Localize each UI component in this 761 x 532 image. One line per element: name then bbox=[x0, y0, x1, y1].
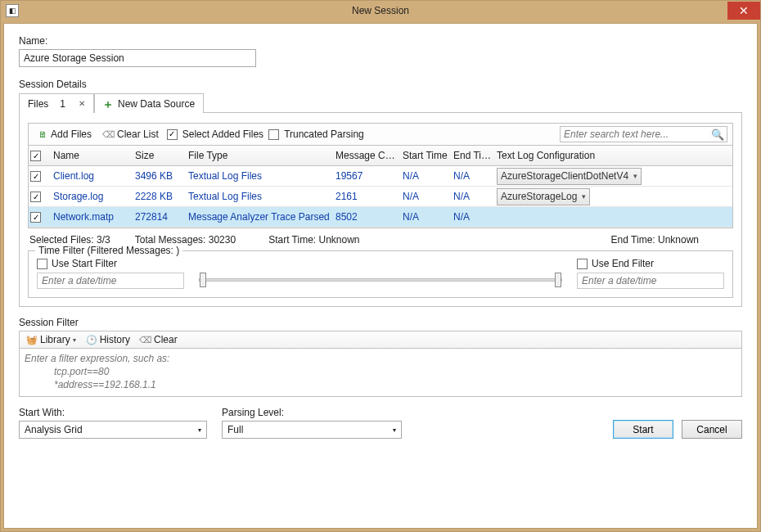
row-checkbox[interactable] bbox=[30, 212, 41, 223]
slider-thumb-start[interactable] bbox=[200, 273, 206, 287]
files-toolbar: 🗎 Add Files ⌫ Clear List Select Added Fi… bbox=[28, 123, 733, 145]
col-name[interactable]: Name bbox=[52, 150, 133, 161]
eraser-icon: ⌫ bbox=[103, 128, 115, 140]
cell-size: 3496 KB bbox=[133, 170, 187, 182]
table-row[interactable]: Client.log3496 KBTextual Log Files19567N… bbox=[29, 166, 732, 187]
cell-start: N/A bbox=[401, 191, 452, 202]
window-title: New Session bbox=[1, 5, 760, 16]
col-start[interactable]: Start Time bbox=[401, 150, 452, 161]
history-button[interactable]: 🕑 History bbox=[83, 333, 133, 346]
use-start-filter-label: Use Start Filter bbox=[52, 258, 117, 269]
cell-end: N/A bbox=[452, 211, 495, 223]
plus-icon: ＋ bbox=[103, 99, 113, 109]
table-row[interactable]: Network.matp272814Message Analyzer Trace… bbox=[29, 207, 732, 228]
chevron-down-icon: ▾ bbox=[198, 426, 201, 434]
cell-end: N/A bbox=[452, 170, 495, 182]
use-start-filter-checkbox[interactable] bbox=[37, 259, 47, 269]
files-grid: Name Size File Type Message Count Start … bbox=[28, 145, 733, 228]
bottom-row: Start With: Analysis Grid ▾ Parsing Leve… bbox=[19, 407, 742, 439]
cell-type: Textual Log Files bbox=[187, 191, 334, 202]
client-area: Name: Session Details Files 1 ✕ ＋ New Da… bbox=[3, 23, 758, 529]
cancel-button[interactable]: Cancel bbox=[682, 420, 742, 439]
name-input[interactable] bbox=[19, 49, 256, 67]
chevron-down-icon: ▾ bbox=[73, 336, 76, 344]
start-with-dropdown[interactable]: Analysis Grid ▾ bbox=[19, 421, 207, 439]
add-files-icon: 🗎 bbox=[37, 128, 48, 140]
time-filter-group: Time Filter (Filtered Messages: ) Use St… bbox=[28, 250, 733, 298]
status-selected-files: Selected Files: 3/3 bbox=[29, 234, 110, 246]
cell-end: N/A bbox=[452, 191, 495, 202]
row-checkbox[interactable] bbox=[30, 171, 41, 182]
col-size[interactable]: Size bbox=[133, 150, 187, 161]
add-files-button[interactable]: 🗎 Add Files bbox=[34, 128, 95, 141]
clear-icon: ⌫ bbox=[140, 334, 151, 345]
library-button[interactable]: 🧺 Library ▾ bbox=[23, 333, 79, 346]
cell-count: 8502 bbox=[334, 211, 401, 223]
text-log-config-dropdown[interactable]: AzureStorageClientDotNetV4▾ bbox=[497, 168, 642, 185]
search-input[interactable] bbox=[561, 128, 709, 140]
cell-name: Storage.log bbox=[52, 191, 133, 202]
clear-filter-button[interactable]: ⌫ Clear bbox=[137, 333, 181, 346]
tab-new-source-label: New Data Source bbox=[118, 98, 195, 110]
history-icon: 🕑 bbox=[86, 334, 97, 345]
end-time-input[interactable] bbox=[577, 273, 724, 289]
status-start-time: Start Time: Unknown bbox=[268, 234, 359, 246]
use-end-filter-checkbox[interactable] bbox=[577, 259, 588, 269]
chevron-down-icon: ▾ bbox=[393, 426, 396, 434]
start-time-input[interactable] bbox=[37, 273, 184, 289]
session-details-label: Session Details bbox=[19, 79, 742, 90]
window: ◧ New Session ✕ Name: Session Details Fi… bbox=[0, 0, 761, 532]
tabs: Files 1 ✕ ＋ New Data Source bbox=[19, 92, 742, 113]
text-log-config-dropdown[interactable]: AzureStorageLog▾ bbox=[497, 188, 590, 205]
session-filter-label: Session Filter bbox=[19, 317, 742, 328]
tab-files[interactable]: Files 1 ✕ bbox=[19, 93, 94, 113]
header-checkbox[interactable] bbox=[30, 151, 41, 161]
session-filter-input[interactable]: Enter a filter expression, such as: tcp.… bbox=[19, 348, 742, 397]
grid-header: Name Size File Type Message Count Start … bbox=[29, 146, 732, 166]
tab-new-data-source[interactable]: ＋ New Data Source bbox=[94, 93, 204, 113]
search-icon[interactable]: 🔍 bbox=[709, 128, 727, 141]
col-end[interactable]: End Time bbox=[452, 150, 495, 161]
col-count[interactable]: Message Count bbox=[334, 150, 401, 161]
table-row[interactable]: Storage.log2228 KBTextual Log Files2161N… bbox=[29, 187, 732, 207]
cell-size: 272814 bbox=[133, 211, 187, 223]
cell-count: 19567 bbox=[334, 170, 401, 182]
cell-start: N/A bbox=[401, 211, 452, 223]
cell-type: Message Analyzer Trace Parsed bbox=[187, 211, 334, 223]
truncated-parsing-label: Truncated Parsing bbox=[284, 128, 364, 140]
cell-start: N/A bbox=[401, 170, 452, 182]
slider-thumb-end[interactable] bbox=[555, 273, 561, 287]
row-checkbox[interactable] bbox=[30, 192, 41, 202]
cell-count: 2161 bbox=[334, 191, 401, 202]
select-added-files-checkbox[interactable] bbox=[167, 129, 178, 140]
tab-files-count: 1 bbox=[60, 98, 65, 110]
cell-size: 2228 KB bbox=[133, 191, 187, 202]
col-type[interactable]: File Type bbox=[187, 150, 334, 161]
cell-conf: AzureStorageLog▾ bbox=[495, 188, 732, 205]
parsing-level-label: Parsing Level: bbox=[222, 407, 402, 418]
start-button[interactable]: Start bbox=[613, 420, 673, 439]
status-total-messages: Total Messages: 30230 bbox=[135, 234, 236, 246]
files-panel: 🗎 Add Files ⌫ Clear List Select Added Fi… bbox=[19, 113, 742, 307]
name-label: Name: bbox=[19, 35, 742, 47]
tab-close-icon[interactable]: ✕ bbox=[79, 99, 85, 108]
chevron-down-icon: ▾ bbox=[582, 192, 586, 201]
use-end-filter-label: Use End Filter bbox=[592, 258, 654, 269]
library-icon: 🧺 bbox=[26, 334, 38, 345]
clear-list-button[interactable]: ⌫ Clear List bbox=[100, 128, 162, 141]
col-conf[interactable]: Text Log Configuration bbox=[495, 150, 732, 161]
parsing-level-dropdown[interactable]: Full ▾ bbox=[222, 421, 402, 439]
truncated-parsing-checkbox[interactable] bbox=[268, 129, 279, 140]
search-box: 🔍 bbox=[560, 126, 727, 142]
time-filter-legend: Time Filter (Filtered Messages: ) bbox=[35, 245, 182, 256]
close-button[interactable]: ✕ bbox=[727, 2, 760, 20]
cell-name: Client.log bbox=[52, 170, 133, 182]
cell-name: Network.matp bbox=[52, 211, 133, 223]
time-slider[interactable] bbox=[199, 278, 562, 282]
cell-type: Textual Log Files bbox=[187, 170, 334, 182]
cell-conf: AzureStorageClientDotNetV4▾ bbox=[495, 168, 732, 185]
chevron-down-icon: ▾ bbox=[633, 172, 637, 180]
status-end-time: End Time: Unknown bbox=[611, 234, 699, 246]
titlebar: ◧ New Session ✕ bbox=[1, 1, 760, 20]
app-icon: ◧ bbox=[6, 4, 19, 17]
